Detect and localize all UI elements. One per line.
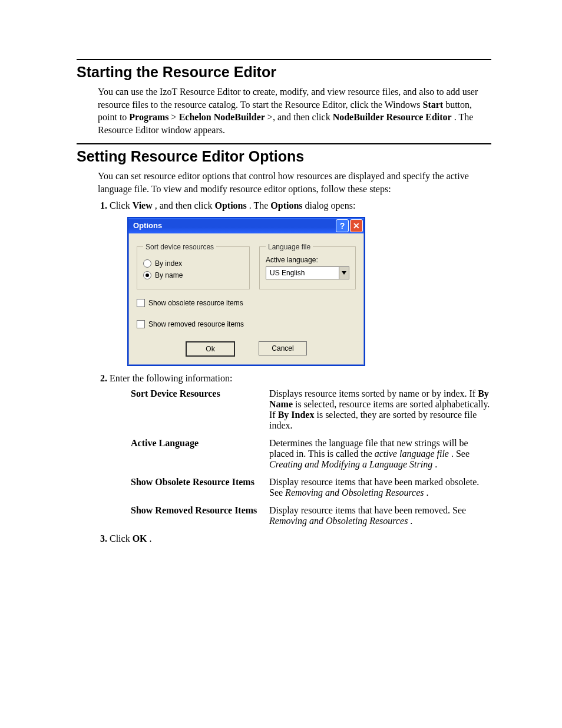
text: , and then click (155, 200, 215, 210)
text: . (410, 516, 412, 526)
starting-paragraph: You can use the IzoT Resource Editor to … (98, 85, 491, 136)
italic-removing-obsoleting: Removing and Obsoleting Resources (269, 516, 408, 526)
bold-options: Options (214, 200, 246, 210)
chevron-down-icon (339, 267, 349, 279)
def-term: Show Removed Resource Items (131, 505, 269, 526)
def-show-removed: Show Removed Resource Items Display reso… (131, 505, 491, 526)
options-dialog: Options ? ✕ Sort device resources (127, 217, 365, 366)
def-desc: Display resource items that have been ma… (269, 477, 491, 498)
section-divider (77, 143, 491, 144)
italic-creating-string: Creating and Modifying a Language String (269, 459, 432, 469)
section-divider (77, 59, 491, 60)
checkbox-label: Show obsolete resource items (148, 299, 243, 307)
dialog-titlebar[interactable]: Options ? ✕ (128, 218, 364, 233)
close-icon: ✕ (353, 221, 360, 230)
checkbox-obsolete[interactable]: Show obsolete resource items (137, 299, 356, 307)
def-term: Show Obsolete Resource Items (131, 477, 269, 498)
radio-icon (143, 271, 151, 279)
text: . (435, 459, 437, 469)
def-active-language: Active Language Determines the language … (131, 438, 491, 470)
checkbox-label: Show removed resource items (148, 320, 244, 328)
sort-legend: Sort device resources (143, 243, 216, 251)
step-1: Click View , and then click Options . Th… (110, 200, 491, 366)
steps-list: Click View , and then click Options . Th… (77, 200, 491, 544)
ok-button[interactable]: Ok (186, 341, 235, 357)
bold-view: View (133, 200, 153, 210)
bold-options2: Options (270, 200, 302, 210)
text: Click (110, 200, 133, 210)
body-options: You can set resource editor options that… (98, 170, 491, 195)
checkbox-icon (137, 299, 145, 307)
button-label: Ok (206, 345, 214, 353)
bold-programs: Programs (129, 112, 168, 122)
page: Starting the Resource Editor You can use… (0, 0, 562, 585)
step-2-text: Enter the following information: (110, 373, 232, 383)
radio-icon (143, 259, 151, 268)
def-desc: Display resource items that have been re… (269, 505, 491, 526)
definition-list: Sort Device Resources Displays resource … (131, 388, 491, 526)
dialog-body: Sort device resources By index By name (128, 233, 364, 365)
svg-marker-0 (342, 271, 346, 275)
radio-by-index[interactable]: By index (143, 259, 243, 268)
close-button[interactable]: ✕ (350, 219, 363, 232)
radio-label: By name (155, 271, 183, 279)
text: . (150, 533, 152, 543)
step-3: Click OK . (110, 533, 491, 544)
active-language-label: Active language: (266, 256, 349, 264)
text: dialog opens: (305, 200, 356, 210)
language-legend: Language file (266, 243, 313, 251)
bold-echelon: Echelon NodeBuilder (179, 112, 265, 122)
checkbox-removed[interactable]: Show removed resource items (137, 320, 356, 328)
bold-ok: OK (133, 533, 147, 543)
def-sort: Sort Device Resources Displays resource … (131, 388, 491, 431)
text: . See (451, 449, 470, 459)
heading-options: Setting Resource Editor Options (77, 148, 491, 165)
italic-active-language-file: active language file (375, 449, 449, 459)
bold-start: Start (423, 100, 444, 110)
sort-fieldset: Sort device resources By index By name (137, 243, 250, 289)
dialog-button-row: Ok Cancel (137, 341, 356, 357)
active-language-combo[interactable]: US English (266, 266, 349, 279)
combo-value: US English (266, 269, 339, 277)
dialog-title: Options (133, 221, 335, 230)
body-starting: You can use the IzoT Resource Editor to … (98, 85, 491, 136)
text: . The (249, 200, 271, 210)
language-fieldset: Language file Active language: US Englis… (259, 243, 356, 289)
bold-nre: NodeBuilder Resource Editor (333, 112, 452, 122)
text: Displays resource items sorted by name o… (269, 388, 478, 398)
options-intro: You can set resource editor options that… (98, 170, 491, 195)
text: Display resource items that have been re… (269, 505, 466, 515)
help-icon: ? (340, 221, 345, 230)
dialog-screenshot: Options ? ✕ Sort device resources (127, 217, 491, 366)
button-label: Cancel (272, 344, 293, 353)
text: Click (110, 533, 133, 543)
def-show-obsolete: Show Obsolete Resource Items Display res… (131, 477, 491, 498)
radio-by-name[interactable]: By name (143, 271, 243, 279)
help-button[interactable]: ? (336, 219, 349, 232)
def-term: Active Language (131, 438, 269, 470)
text: >, and then click (267, 112, 333, 122)
text: . (426, 487, 428, 498)
cancel-button[interactable]: Cancel (259, 341, 307, 355)
step-2: Enter the following information: Sort De… (110, 373, 491, 526)
def-desc: Determines the language file that new st… (269, 438, 491, 470)
def-term: Sort Device Resources (131, 388, 269, 431)
text: > (171, 112, 179, 122)
bold-by-index: By Index (278, 410, 315, 420)
checkbox-icon (137, 320, 145, 328)
radio-label: By index (155, 259, 182, 268)
text: You can use the IzoT Resource Editor to … (98, 87, 478, 110)
def-desc: Displays resource items sorted by name o… (269, 388, 491, 431)
heading-starting: Starting the Resource Editor (77, 64, 491, 81)
italic-removing-obsoleting: Removing and Obsoleting Resources (285, 487, 424, 498)
